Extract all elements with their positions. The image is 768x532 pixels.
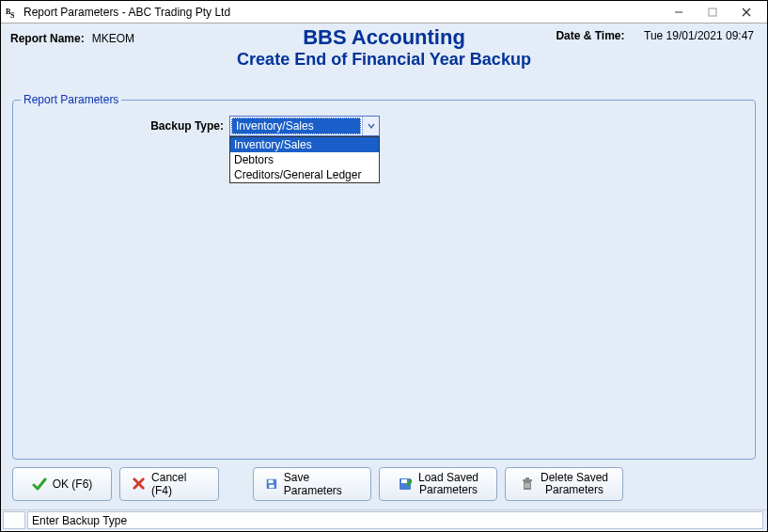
app-subtitle: Create End of Financial Year Backup xyxy=(1,50,767,70)
svg-rect-12 xyxy=(401,479,407,483)
dropdown-option[interactable]: Inventory/Sales xyxy=(230,137,379,152)
cancel-button[interactable]: Cancel (F4) xyxy=(119,467,219,501)
backup-type-row: Backup Type: Inventory/Sales Inventory/S… xyxy=(21,116,747,136)
backup-type-value: Inventory/Sales xyxy=(231,117,361,134)
status-cell-left xyxy=(3,511,25,529)
load-saved-parameters-label: Load SavedParameters xyxy=(418,472,478,496)
backup-type-dropdown: Inventory/Sales Debtors Creditors/Genera… xyxy=(229,136,380,183)
ok-button[interactable]: OK (F6) xyxy=(12,467,112,501)
svg-rect-16 xyxy=(525,477,529,479)
report-name-value: MKEOM xyxy=(92,32,134,45)
svg-rect-9 xyxy=(268,480,273,483)
load-saved-parameters-button[interactable]: Load SavedParameters xyxy=(379,467,497,501)
backup-type-label: Backup Type: xyxy=(21,119,229,133)
save-parameters-button[interactable]: Save Parameters xyxy=(253,467,371,501)
save-parameters-label: Save Parameters xyxy=(284,471,359,497)
load-icon xyxy=(398,477,413,492)
check-icon xyxy=(32,477,47,492)
datetime-row: Date & Time: Tue 19/01/2021 09:47 xyxy=(556,29,754,42)
ok-button-label: OK (F6) xyxy=(53,477,93,491)
datetime-label: Date & Time: xyxy=(556,29,624,42)
window-title: Report Parameters - ABC Trading Pty Ltd xyxy=(24,6,230,19)
minimize-button[interactable] xyxy=(662,2,696,23)
svg-rect-3 xyxy=(709,8,716,16)
datetime-value: Tue 19/01/2021 09:47 xyxy=(644,29,754,42)
delete-saved-parameters-button[interactable]: Delete SavedParameters xyxy=(505,467,623,501)
dropdown-option[interactable]: Debtors xyxy=(230,152,379,167)
report-parameters-fieldset: Report Parameters Backup Type: Inventory… xyxy=(12,93,756,460)
status-text: Enter Backup Type xyxy=(27,511,763,529)
save-icon xyxy=(265,477,278,492)
button-row: OK (F6) Cancel (F4) Save Parameters Load… xyxy=(10,467,758,501)
maximize-button[interactable] xyxy=(696,2,729,23)
trash-icon xyxy=(520,477,535,492)
fieldset-legend: Report Parameters xyxy=(21,93,121,106)
cross-icon xyxy=(132,477,146,492)
report-name-label: Report Name: xyxy=(10,32,85,45)
content-area: Report Name: MKEOM BBS Accounting Create… xyxy=(1,23,767,509)
svg-rect-10 xyxy=(269,485,274,488)
statusbar: Enter Backup Type xyxy=(1,509,767,530)
combobox-dropdown-button[interactable] xyxy=(362,117,379,135)
delete-saved-parameters-label: Delete SavedParameters xyxy=(541,472,608,496)
close-button[interactable] xyxy=(729,2,763,23)
svg-text:S: S xyxy=(10,11,15,20)
app-icon: BS xyxy=(5,5,20,20)
backup-type-combobox[interactable]: Inventory/Sales Inventory/Sales Debtors … xyxy=(229,116,380,136)
cancel-button-label: Cancel (F4) xyxy=(151,471,207,497)
svg-rect-15 xyxy=(523,479,532,481)
window-titlebar: BS Report Parameters - ABC Trading Pty L… xyxy=(1,1,767,23)
dropdown-option[interactable]: Creditors/General Ledger xyxy=(230,167,379,182)
